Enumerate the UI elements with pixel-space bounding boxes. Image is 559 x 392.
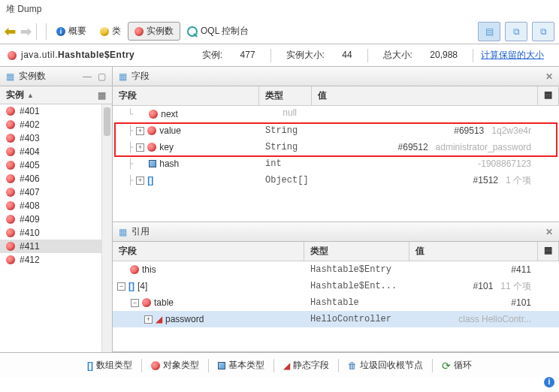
ref-name: table xyxy=(154,297,174,308)
refs-columns: 字段 类型 值 ▦ xyxy=(113,242,559,261)
columns-config-icon[interactable]: ▦ xyxy=(538,86,559,105)
nav-forward-icon[interactable]: ➡ xyxy=(20,23,32,40)
retained-link[interactable]: 计算保留的大小 xyxy=(481,50,544,60)
layout-icon: ▤ xyxy=(485,26,494,37)
instances-pane-title: 实例数 xyxy=(19,70,78,83)
expand-icon[interactable]: + xyxy=(144,315,153,324)
field-row[interactable]: ├+keyString#69512administrator_password xyxy=(113,139,559,155)
tab-overview[interactable]: i 概要 xyxy=(50,22,93,41)
ref-name: [4] xyxy=(137,281,147,291)
instance-row[interactable]: #411 xyxy=(0,240,112,253)
instance-row[interactable]: #403 xyxy=(0,131,112,145)
columns-icon[interactable]: ▦ xyxy=(98,90,106,101)
tree-line: ├ xyxy=(128,158,133,169)
field-row[interactable]: ├hashint-1908867123 xyxy=(113,155,559,172)
tab-instances[interactable]: 实例数 xyxy=(128,22,180,41)
instance-id: #401 xyxy=(20,106,40,116)
object-icon xyxy=(130,265,139,274)
nav-back-icon[interactable]: ⬅ xyxy=(5,23,16,40)
instance-row[interactable]: #407 xyxy=(0,185,112,199)
scrollbar-thumb[interactable] xyxy=(104,107,110,136)
field-name: next xyxy=(161,109,178,119)
stat-instances: 实例: 477 xyxy=(187,49,270,62)
field-row[interactable]: ├+valueString#695131q2w3e4r xyxy=(113,122,559,139)
instance-row[interactable]: #401 xyxy=(0,104,112,118)
columns-config-icon[interactable]: ▦ xyxy=(538,242,559,261)
fields-rows: └nextnull├+valueString#695131q2w3e4r├+ke… xyxy=(113,106,559,188)
fields-columns: 字段 类型 值 ▦ xyxy=(113,86,559,106)
minimize-icon[interactable]: — xyxy=(83,71,92,82)
ref-value: class HelloContr... xyxy=(409,312,539,327)
col-type[interactable]: 类型 xyxy=(304,242,409,261)
layout-btn-2[interactable]: ⧉ xyxy=(505,22,527,41)
instance-icon xyxy=(6,120,15,129)
layout-icon: ⧉ xyxy=(540,26,547,37)
close-icon[interactable]: ✕ xyxy=(545,227,553,237)
expand-icon[interactable]: + xyxy=(136,127,144,135)
instance-icon xyxy=(6,161,15,170)
field-name: value xyxy=(159,125,181,136)
status-info-icon[interactable]: i xyxy=(544,377,554,387)
expand-icon[interactable]: + xyxy=(136,176,144,185)
col-type[interactable]: 类型 xyxy=(259,86,312,105)
instance-row[interactable]: #404 xyxy=(0,145,112,158)
field-value: null xyxy=(265,106,305,120)
reference-row[interactable]: thisHashtable$Entry#411 xyxy=(113,261,559,278)
col-value[interactable]: 值 xyxy=(312,86,538,105)
instance-icon xyxy=(6,255,15,264)
instance-icon xyxy=(6,147,15,156)
instance-row[interactable]: #405 xyxy=(0,158,112,172)
legend-gcroot: 🗑垃圾回收根节点 xyxy=(343,359,428,372)
tree-line: ├ xyxy=(128,142,133,152)
col-field[interactable]: 字段 xyxy=(113,242,304,261)
instance-row[interactable]: #406 xyxy=(0,172,112,185)
legend-basic: 基本类型 xyxy=(213,359,269,372)
field-value: #15121 个项 xyxy=(316,173,539,188)
maximize-icon[interactable]: ▢ xyxy=(98,71,106,82)
object-icon xyxy=(142,298,151,307)
scrollbar[interactable] xyxy=(101,104,112,352)
collapse-icon[interactable]: − xyxy=(131,299,139,307)
array-icon: [] xyxy=(147,175,153,185)
tab-classes[interactable]: 类 xyxy=(93,22,128,41)
field-name: key xyxy=(159,142,174,152)
static-icon: ◢ xyxy=(156,314,162,324)
field-row[interactable]: └nextnull xyxy=(113,106,559,122)
ref-value: #411 xyxy=(409,263,539,277)
instance-row[interactable]: #409 xyxy=(0,213,112,226)
tab-oql[interactable]: OQL 控制台 xyxy=(180,22,255,41)
close-icon[interactable]: ✕ xyxy=(545,71,553,82)
brackets-icon: [] xyxy=(87,360,93,371)
instance-row[interactable]: #412 xyxy=(0,253,112,267)
toolbar: ⬅ ➡ i 概要 类 实例数 OQL 控制台 ▤ ⧉ ⧉ xyxy=(0,19,559,44)
field-value: -1908867123 xyxy=(312,157,539,171)
expand-icon[interactable]: + xyxy=(136,143,144,152)
layout-btn-3[interactable]: ⧉ xyxy=(532,22,554,41)
col-field[interactable]: 字段 xyxy=(113,86,259,105)
layout-icon: ⧉ xyxy=(513,26,520,37)
array-icon: [] xyxy=(128,281,134,291)
reference-row[interactable]: −tableHashtable#101 xyxy=(113,294,559,311)
package-icon xyxy=(100,27,109,36)
reference-row[interactable]: +◢passwordHelloControllerclass HelloCont… xyxy=(113,311,559,327)
instance-icon xyxy=(6,174,15,183)
ref-name: this xyxy=(142,264,156,275)
trash-icon: 🗑 xyxy=(348,360,357,371)
col-value[interactable]: 值 xyxy=(409,242,538,261)
instance-row[interactable]: #410 xyxy=(0,226,112,240)
instance-row[interactable]: #402 xyxy=(0,118,112,131)
instance-row[interactable]: #408 xyxy=(0,199,112,213)
fields-pane-icon: ▦ xyxy=(119,71,127,82)
field-row[interactable]: ├+[]Object[]#15121 个项 xyxy=(113,172,559,188)
object-icon xyxy=(149,110,158,119)
legend-static: ◢静态字段 xyxy=(279,359,334,372)
static-icon: ◢ xyxy=(283,360,290,371)
collapse-icon[interactable]: − xyxy=(117,282,125,291)
layout-btn-1[interactable]: ▤ xyxy=(478,22,500,41)
instance-id: #410 xyxy=(20,228,40,238)
cycle-icon: ⟳ xyxy=(442,360,451,372)
instances-col-header[interactable]: 实例▲ ▦ xyxy=(0,86,112,104)
instances-list[interactable]: #401#402#403#404#405#406#407#408#409#410… xyxy=(0,104,112,352)
reference-row[interactable]: −[][4]Hashtable$Ent...#10111 个项 xyxy=(113,278,559,294)
instance-id: #406 xyxy=(20,173,40,184)
